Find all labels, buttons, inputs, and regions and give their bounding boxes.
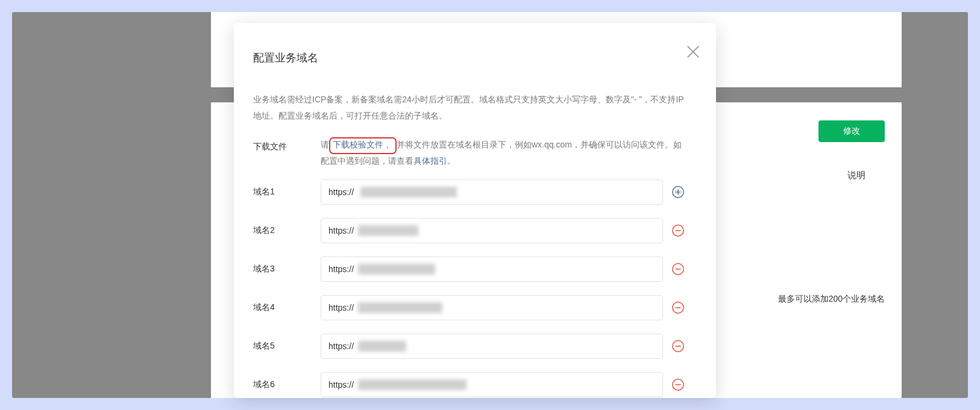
- download-file-text: 请下载校验文件，并将文件放置在域名根目录下，例如wx.qq.com，并确保可以访…: [321, 137, 685, 169]
- download-file-row: 下载文件 请下载校验文件，并将文件放置在域名根目录下，例如wx.qq.com，并…: [253, 137, 685, 169]
- modify-button-label: 修改: [843, 126, 860, 137]
- download-file-label: 下载文件: [253, 137, 321, 169]
- domain-input-wrap: [321, 179, 663, 205]
- domain-input[interactable]: [321, 372, 663, 397]
- minus-circle-icon: [671, 340, 685, 353]
- modal-title: 配置业务域名: [253, 51, 685, 65]
- text-prefix: 请: [321, 140, 329, 149]
- domain-input[interactable]: [321, 295, 663, 320]
- minus-circle-icon: [671, 224, 685, 237]
- domain-row: 域名3: [253, 256, 685, 282]
- text-comma: ，: [383, 140, 392, 149]
- modal-description: 业务域名需经过ICP备案，新备案域名需24小时后才可配置。域名格式只支持英文大小…: [253, 92, 685, 123]
- modify-button[interactable]: 修改: [818, 120, 885, 142]
- domain-row: 域名2: [253, 218, 685, 243]
- remove-domain-button[interactable]: [671, 340, 685, 353]
- domain-label: 域名6: [253, 379, 321, 390]
- remove-domain-button[interactable]: [671, 262, 685, 276]
- domain-label: 域名2: [253, 225, 321, 236]
- domain-label: 域名1: [253, 187, 321, 197]
- domain-input-wrap: [321, 256, 663, 282]
- domain-input-wrap: [321, 334, 663, 359]
- download-verification-file-link[interactable]: 下载校验文件: [333, 140, 383, 149]
- domain-input-wrap: [321, 372, 663, 397]
- plus-circle-icon: [671, 185, 685, 199]
- remove-domain-button[interactable]: [671, 301, 685, 314]
- domain-row: 域名5: [253, 334, 685, 359]
- domain-row: 域名4: [253, 295, 685, 320]
- domain-input[interactable]: [321, 334, 663, 359]
- domain-list: 域名1 域名2: [253, 179, 685, 397]
- remove-domain-button[interactable]: [671, 224, 685, 237]
- close-icon: [685, 43, 702, 60]
- domain-input-wrap: [321, 295, 663, 320]
- domain-row: 域名6: [253, 372, 685, 397]
- download-link-highlight: 下载校验文件，: [329, 137, 397, 154]
- minus-circle-icon: [671, 262, 685, 276]
- domain-label: 域名3: [253, 264, 321, 275]
- domain-input[interactable]: [321, 256, 663, 282]
- domain-input-wrap: [321, 218, 663, 243]
- domain-input[interactable]: [321, 218, 663, 243]
- minus-circle-icon: [671, 378, 685, 391]
- detailed-guide-link[interactable]: 具体指引: [413, 156, 447, 166]
- domain-label: 域名5: [253, 341, 321, 352]
- remove-domain-button[interactable]: [671, 378, 685, 391]
- domain-label: 域名4: [253, 302, 321, 313]
- close-button[interactable]: [685, 43, 702, 60]
- text-suffix: 。: [447, 156, 456, 166]
- minus-circle-icon: [671, 301, 685, 314]
- domain-row: 域名1: [253, 179, 685, 205]
- domain-input[interactable]: [321, 179, 663, 205]
- explain-label: 说明: [847, 170, 865, 181]
- max-domains-note: 最多可以添加200个业务域名: [778, 294, 885, 305]
- config-domain-modal: 配置业务域名 业务域名需经过ICP备案，新备案域名需24小时后才可配置。域名格式…: [234, 23, 716, 398]
- add-domain-button[interactable]: [671, 185, 685, 199]
